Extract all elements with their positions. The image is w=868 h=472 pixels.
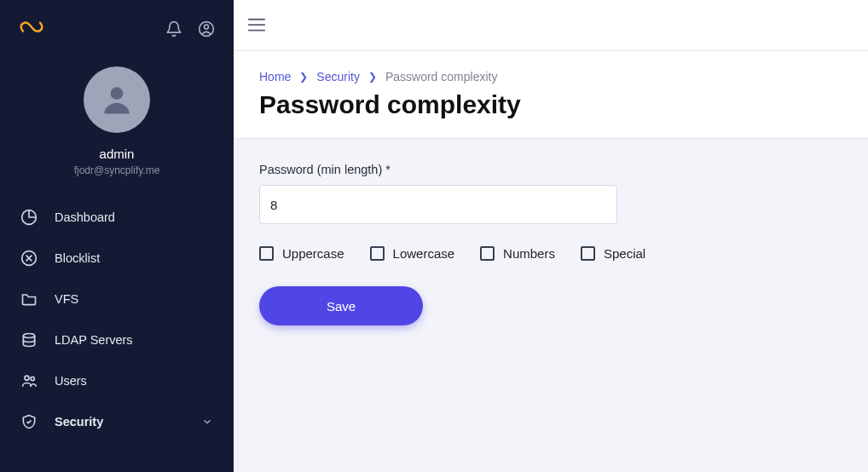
save-button[interactable]: Save: [259, 286, 423, 325]
check-lowercase[interactable]: Lowercase: [370, 246, 455, 261]
form-panel: Password (min length) * Uppercase Lowerc…: [234, 138, 868, 472]
svg-point-2: [111, 87, 124, 100]
x-circle-icon: [20, 250, 38, 267]
users-icon: [20, 372, 38, 389]
server-icon: [20, 331, 38, 348]
check-label: Numbers: [503, 246, 555, 261]
checkbox-special[interactable]: [581, 246, 595, 261]
sidebar-item-users[interactable]: Users: [0, 360, 234, 401]
sidebar-item-label: Dashboard: [55, 210, 213, 224]
chevron-right-icon: ❯: [368, 71, 377, 83]
checks-row: Uppercase Lowercase Numbers Special: [259, 246, 842, 261]
check-label: Uppercase: [282, 246, 344, 261]
sidebar-nav: Dashboard Blocklist VFS LDAP Servers Use…: [0, 197, 234, 442]
page-title: Password complexity: [259, 90, 842, 119]
main: Home ❯ Security ❯ Password complexity Pa…: [234, 0, 868, 472]
user-email: fjodr@syncplify.me: [74, 164, 160, 176]
shield-icon: [20, 413, 38, 430]
bell-icon[interactable]: [165, 20, 182, 37]
sidebar-item-ldap[interactable]: LDAP Servers: [0, 319, 234, 360]
breadcrumb-current: Password complexity: [385, 70, 498, 83]
check-numbers[interactable]: Numbers: [480, 246, 555, 261]
svg-point-6: [25, 376, 29, 380]
avatar: [84, 66, 150, 133]
breadcrumb: Home ❯ Security ❯ Password complexity: [259, 70, 842, 83]
svg-point-1: [205, 25, 209, 29]
sidebar-item-blocklist[interactable]: Blocklist: [0, 238, 234, 279]
sidebar-top: [0, 0, 234, 51]
svg-point-7: [31, 377, 34, 380]
brand-logo: [19, 17, 44, 41]
sidebar-item-security[interactable]: Security: [0, 401, 234, 442]
user-circle-icon[interactable]: [198, 20, 215, 37]
sidebar: admin fjodr@syncplify.me Dashboard Block…: [0, 0, 234, 472]
menu-toggle-icon[interactable]: [247, 17, 266, 34]
chevron-right-icon: ❯: [299, 71, 308, 83]
min-length-label: Password (min length) *: [259, 163, 842, 176]
breadcrumb-parent[interactable]: Security: [316, 70, 360, 83]
sidebar-item-vfs[interactable]: VFS: [0, 279, 234, 319]
checkbox-uppercase[interactable]: [259, 246, 274, 261]
check-label: Special: [604, 246, 645, 261]
chevron-down-icon: [201, 416, 213, 428]
checkbox-numbers[interactable]: [480, 246, 495, 261]
breadcrumb-home[interactable]: Home: [259, 70, 291, 83]
user-name: admin: [100, 147, 135, 161]
sidebar-item-dashboard[interactable]: Dashboard: [0, 197, 234, 238]
check-label: Lowercase: [393, 246, 455, 261]
sidebar-item-label: VFS: [55, 292, 213, 306]
content-header: Home ❯ Security ❯ Password complexity Pa…: [234, 51, 868, 138]
topbar: [234, 0, 868, 51]
checkbox-lowercase[interactable]: [370, 246, 385, 261]
check-uppercase[interactable]: Uppercase: [259, 246, 344, 261]
folder-icon: [20, 291, 38, 308]
profile: admin fjodr@syncplify.me: [0, 51, 234, 192]
pie-chart-icon: [20, 209, 38, 226]
check-special[interactable]: Special: [581, 246, 645, 261]
svg-point-5: [23, 334, 34, 338]
sidebar-item-label: Security: [55, 415, 184, 429]
sidebar-item-label: Users: [55, 374, 213, 388]
min-length-input[interactable]: [259, 185, 617, 224]
sidebar-item-label: Blocklist: [55, 251, 213, 265]
sidebar-item-label: LDAP Servers: [55, 333, 213, 347]
